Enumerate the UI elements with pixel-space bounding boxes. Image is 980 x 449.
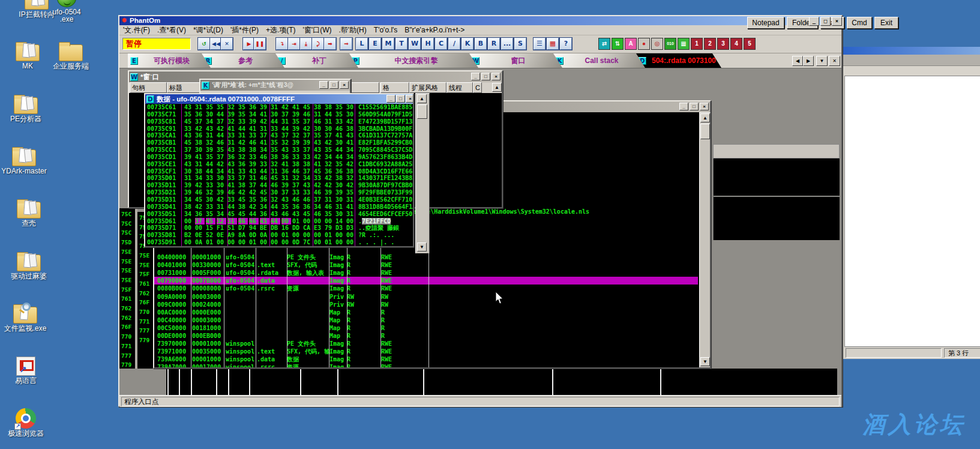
close-icon[interactable]: × bbox=[406, 95, 413, 103]
hex-row[interactable]: 00735CE143314442433639333241383841323542… bbox=[145, 161, 413, 168]
maximize-icon[interactable]: □ bbox=[329, 81, 338, 89]
memory-row[interactable]: 739A700000017000winspool.rsrc资源ImagRRWE bbox=[154, 363, 698, 367]
hex-row[interactable]: 00735CA143363144333133374337323735374143… bbox=[145, 132, 413, 139]
hex-row[interactable]: 00735D71000015F151D794BEDB16DDCAE379D3D3… bbox=[145, 224, 413, 232]
tab-中文搜索引擎[interactable]: P中文搜索引擎 bbox=[349, 53, 478, 68]
desktop-icon-YDArk-master[interactable]: YDArk-master bbox=[0, 145, 53, 175]
hex-row[interactable]: 00735CD139413537363233463836333342344434… bbox=[145, 154, 413, 161]
callstack-scrollbar[interactable]: ▲ ▼ bbox=[415, 93, 430, 253]
toolbar-letter-S[interactable]: S bbox=[514, 38, 526, 50]
menu-item[interactable]: '窗'口(W) bbox=[299, 25, 335, 35]
scroll-down-icon[interactable]: ▼ bbox=[700, 357, 710, 366]
desktop-icon-企业服务端[interactable]: 企业服务端 bbox=[42, 40, 100, 70]
minimize-icon[interactable]: _ bbox=[809, 17, 819, 26]
titlebar-button-cmd[interactable]: Cmd bbox=[847, 17, 872, 29]
memory-row[interactable]: 00C5000000181000MapRR bbox=[154, 324, 698, 332]
minimize-icon[interactable]: _ bbox=[386, 95, 395, 103]
maximize-icon[interactable]: □ bbox=[820, 17, 831, 26]
step-back-icon[interactable]: ◀◀ bbox=[210, 38, 222, 50]
toolbar-letter-/[interactable]: / bbox=[448, 38, 460, 50]
close-icon[interactable]: × bbox=[832, 17, 842, 26]
record-icon[interactable]: ● bbox=[638, 38, 650, 50]
menu-item[interactable]: T'o'o.l's bbox=[370, 25, 401, 35]
toolbar-letter-E[interactable]: E bbox=[369, 38, 381, 50]
maximize-icon[interactable]: □ bbox=[690, 103, 699, 110]
hex-row[interactable]: 00735C6143313535323536393142414538383530… bbox=[145, 104, 413, 111]
minimize-icon[interactable]: _ bbox=[679, 103, 688, 110]
toolbar-letter-B[interactable]: B bbox=[475, 38, 487, 50]
hex-row[interactable]: 00735D1139423330413837444639374342423042… bbox=[145, 182, 413, 189]
hex-row[interactable]: 00735D81B20E520EA98A0D0A0001000000010000… bbox=[145, 232, 413, 239]
tab-close-icon[interactable]: ✕ bbox=[829, 56, 840, 66]
maximize-icon[interactable]: □ bbox=[396, 95, 405, 103]
list-icon[interactable]: ☰ bbox=[534, 38, 546, 50]
minimize-icon[interactable]: _ bbox=[471, 73, 480, 80]
hex-row[interactable]: 00735CC137303935433838343543333743354434… bbox=[145, 146, 413, 154]
window-icon[interactable]: ▦ bbox=[678, 38, 690, 50]
desktop-icon-驱动过麻婆[interactable]: 驱动过麻婆 bbox=[0, 250, 58, 280]
preset-3[interactable]: 3 bbox=[717, 38, 729, 50]
updown-icon[interactable]: ⇅ bbox=[612, 38, 624, 50]
scroll-up-icon[interactable]: ▲ bbox=[700, 113, 710, 122]
memory-row[interactable]: 7397100000035000winspool.textSFX, 代码, 输I… bbox=[154, 348, 698, 355]
toolbar-letter-W[interactable]: W bbox=[409, 38, 421, 50]
callstack-titlebar[interactable]: K '调'用*堆`栈: +m*主*线`程3@ _ □ × bbox=[200, 80, 350, 91]
preset-1[interactable]: 1 bbox=[691, 38, 703, 50]
memory-row[interactable]: 00AC00000000E000MapRR bbox=[154, 309, 698, 316]
toolbar-letter-C[interactable]: C bbox=[435, 38, 447, 50]
memory-row[interactable]: 007900000007B000ufo-0504.dataImagRRWE bbox=[154, 277, 698, 285]
tab-参考[interactable]: R参考 bbox=[202, 53, 284, 68]
menu-item[interactable]: .帮'助(H) bbox=[335, 25, 370, 35]
tab-504:.rdata 0073100[interactable]: D504:.rdata 0073100 bbox=[636, 53, 721, 68]
desktop-icon-查壳[interactable]: 查壳 bbox=[0, 197, 58, 227]
scroll-thumb[interactable] bbox=[700, 124, 710, 139]
hex-row[interactable]: 00735D6100374532314646434400010000001400… bbox=[145, 218, 413, 225]
menu-item[interactable]: .查*看(V) bbox=[154, 25, 190, 35]
menu-item[interactable]: '文.件(F) bbox=[119, 25, 154, 35]
toolbar-letter-R[interactable]: R bbox=[488, 38, 500, 50]
swap-icon[interactable]: ⇄ bbox=[598, 38, 610, 50]
tab-窗口[interactable]: W窗口 bbox=[469, 53, 562, 68]
scroll-thumb[interactable] bbox=[417, 104, 427, 119]
restart-icon[interactable]: ↺ bbox=[198, 38, 210, 50]
trace-into-icon[interactable]: ⤓ bbox=[300, 38, 312, 50]
column-header[interactable]: 扩展风格 bbox=[409, 82, 446, 93]
hex-row[interactable]: 00735D0131343330333731464531323433423832… bbox=[145, 175, 413, 182]
hex-row[interactable]: 00735C7135363044393534413037394631443530… bbox=[145, 111, 413, 118]
preset-2[interactable]: 2 bbox=[704, 38, 716, 50]
toolbar-letter-T[interactable]: T bbox=[395, 38, 407, 50]
memory-scrollbar[interactable]: ▲ ▼ bbox=[699, 112, 711, 367]
run-icon[interactable]: ▶ bbox=[243, 38, 255, 50]
binary-icon[interactable]: 010 bbox=[664, 38, 676, 50]
preset-4[interactable]: 4 bbox=[730, 38, 742, 50]
phantom-titlebar[interactable]: ✹PhantOm bbox=[119, 16, 841, 25]
toolbar-letter-...[interactable]: ... bbox=[501, 38, 513, 50]
memory-row[interactable]: 009A000000003000PrivRWRW bbox=[154, 293, 698, 301]
hex-row[interactable]: 00735D2139463239464242453037333346393935… bbox=[145, 189, 413, 196]
tab-可执行模块[interactable]: E可执行模块 bbox=[128, 53, 211, 68]
maximize-icon[interactable]: □ bbox=[481, 73, 490, 80]
desktop-icon-PE分析器[interactable]: PE分析器 bbox=[0, 92, 55, 122]
pause-icon[interactable]: ❚❚ bbox=[254, 38, 266, 50]
memory-row[interactable]: 0040000000001000ufo-0504PE 文件头ImagRRWE bbox=[154, 253, 698, 261]
trace-over-icon[interactable]: ⤸ bbox=[312, 38, 324, 50]
desktop-icon-ufo-0504[interactable]: ufo-0504 .exe bbox=[38, 0, 95, 23]
step-over-icon[interactable]: ⇥ bbox=[288, 38, 300, 50]
memory-row[interactable]: 739A600000001000winspool.data数据ImagRRWE bbox=[154, 355, 698, 363]
memory-row[interactable]: 00DE0000000EB000MapRR bbox=[154, 332, 698, 340]
scroll-down-icon[interactable]: ▼ bbox=[417, 243, 427, 252]
close-icon[interactable]: × bbox=[340, 81, 349, 89]
close-icon[interactable]: ✕ bbox=[221, 38, 233, 50]
memory-row[interactable]: 007310000005F000ufo-0504.rdata数据, 输入表Ima… bbox=[154, 269, 698, 277]
toolbar-letter-L[interactable]: L bbox=[356, 38, 368, 50]
hex-row[interactable]: 00735D91000A01000000010000000D7C00010000… bbox=[145, 239, 413, 246]
column-header[interactable]: 格 bbox=[380, 82, 409, 93]
hex-row[interactable]: 00735CF130384434413343443136463745363638… bbox=[145, 168, 413, 175]
memory-row[interactable]: 0080B00000008000ufo-0504.rsrc资源ImagRRWE bbox=[154, 285, 698, 292]
hex-row[interactable]: 00735D5134363534454544364346434546353031… bbox=[145, 211, 413, 218]
hex-row[interactable]: 00735D3134453042334535363243464637313031… bbox=[145, 196, 413, 203]
menu-item[interactable]: '插*件(P) bbox=[227, 25, 262, 35]
tab-补丁[interactable]: /补丁 bbox=[275, 53, 358, 68]
help-icon[interactable]: ? bbox=[560, 38, 572, 50]
tab-Call stack[interactable]: KCall stack bbox=[553, 53, 645, 68]
